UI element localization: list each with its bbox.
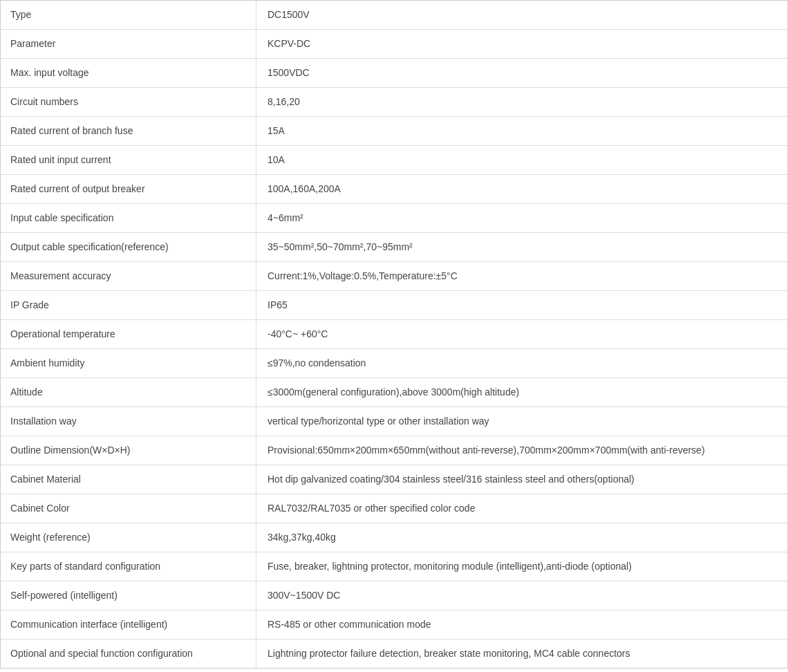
row-label: Input cable specification xyxy=(1,204,256,232)
row-value: vertical type/horizontal type or other i… xyxy=(256,407,787,436)
table-row: Installation wayvertical type/horizontal… xyxy=(1,407,787,436)
table-row: ParameterKCPV-DC xyxy=(1,30,787,59)
row-value: IP65 xyxy=(256,291,787,319)
table-row: IP GradeIP65 xyxy=(1,291,787,320)
row-label: Parameter xyxy=(1,30,256,58)
table-row: Key parts of standard configurationFuse,… xyxy=(1,552,787,581)
row-value: 34kg,37kg,40kg xyxy=(256,523,787,552)
table-row: Rated current of branch fuse15A xyxy=(1,117,787,146)
row-value: RAL7032/RAL7035 or other specified color… xyxy=(256,494,787,523)
row-label: Max. input voltage xyxy=(1,59,256,87)
row-label: Self-powered (intelligent) xyxy=(1,581,256,610)
row-value: DC1500V xyxy=(256,1,787,29)
row-value: Fuse, breaker, lightning protector, moni… xyxy=(256,552,787,581)
row-value: ≤3000m(general configuration),above 3000… xyxy=(256,378,787,407)
table-row: Outline Dimension(W×D×H)Provisional:650m… xyxy=(1,436,787,465)
row-value: 100A,160A,200A xyxy=(256,175,787,203)
row-label: Installation way xyxy=(1,407,256,436)
row-label: Operational temperature xyxy=(1,320,256,348)
table-row: Weight (reference)34kg,37kg,40kg xyxy=(1,523,787,552)
row-value: Hot dip galvanized coating/304 stainless… xyxy=(256,465,787,494)
row-label: Cabinet Color xyxy=(1,494,256,523)
row-label: Type xyxy=(1,1,256,29)
row-label: Measurement accuracy xyxy=(1,262,256,290)
row-value: 4~6mm² xyxy=(256,204,787,232)
row-label: Ambient humidity xyxy=(1,349,256,377)
table-row: TypeDC1500V xyxy=(1,1,787,30)
row-value: -40°C~ +60°C xyxy=(256,320,787,348)
row-value: Current:1%,Voltage:0.5%,Temperature:±5°C xyxy=(256,262,787,290)
spec-table: TypeDC1500VParameterKCPV-DCMax. input vo… xyxy=(0,0,788,669)
row-value: 15A xyxy=(256,117,787,145)
row-label: Weight (reference) xyxy=(1,523,256,552)
table-row: Altitude≤3000m(general configuration),ab… xyxy=(1,378,787,407)
row-label: Rated current of output breaker xyxy=(1,175,256,203)
row-value: 35~50mm²,50~70mm²,70~95mm² xyxy=(256,233,787,261)
row-value: ≤97%,no condensation xyxy=(256,349,787,377)
row-value: Provisional:650mm×200mm×650mm(without an… xyxy=(256,436,787,465)
table-row: Self-powered (intelligent)300V~1500V DC xyxy=(1,581,787,610)
row-label: Key parts of standard configuration xyxy=(1,552,256,581)
table-row: Operational temperature-40°C~ +60°C xyxy=(1,320,787,349)
table-row: Cabinet ColorRAL7032/RAL7035 or other sp… xyxy=(1,494,787,523)
table-row: Rated current of output breaker100A,160A… xyxy=(1,175,787,204)
table-row: Optional and special function configurat… xyxy=(1,640,787,668)
row-value: 10A xyxy=(256,146,787,174)
table-row: Cabinet MaterialHot dip galvanized coati… xyxy=(1,465,787,494)
table-row: Output cable specification(reference)35~… xyxy=(1,233,787,262)
row-value: 300V~1500V DC xyxy=(256,581,787,610)
row-label: Rated current of branch fuse xyxy=(1,117,256,145)
row-label: Cabinet Material xyxy=(1,465,256,494)
row-label: Altitude xyxy=(1,378,256,407)
row-label: Communication interface (intelligent) xyxy=(1,610,256,639)
table-row: Communication interface (intelligent)RS-… xyxy=(1,610,787,640)
row-value: KCPV-DC xyxy=(256,30,787,58)
row-label: IP Grade xyxy=(1,291,256,319)
row-label: Optional and special function configurat… xyxy=(1,640,256,668)
table-row: Rated unit input current10A xyxy=(1,146,787,175)
row-label: Circuit numbers xyxy=(1,88,256,116)
row-label: Outline Dimension(W×D×H) xyxy=(1,436,256,465)
table-row: Ambient humidity≤97%,no condensation xyxy=(1,349,787,378)
row-value: Lightning protector failure detection, b… xyxy=(256,640,787,668)
row-value: 1500VDC xyxy=(256,59,787,87)
table-row: Measurement accuracyCurrent:1%,Voltage:0… xyxy=(1,262,787,291)
row-label: Rated unit input current xyxy=(1,146,256,174)
table-row: Input cable specification4~6mm² xyxy=(1,204,787,233)
table-row: Circuit numbers8,16,20 xyxy=(1,88,787,117)
row-value: RS-485 or other communication mode xyxy=(256,610,787,639)
row-label: Output cable specification(reference) xyxy=(1,233,256,261)
table-row: Max. input voltage1500VDC xyxy=(1,59,787,88)
row-value: 8,16,20 xyxy=(256,88,787,116)
